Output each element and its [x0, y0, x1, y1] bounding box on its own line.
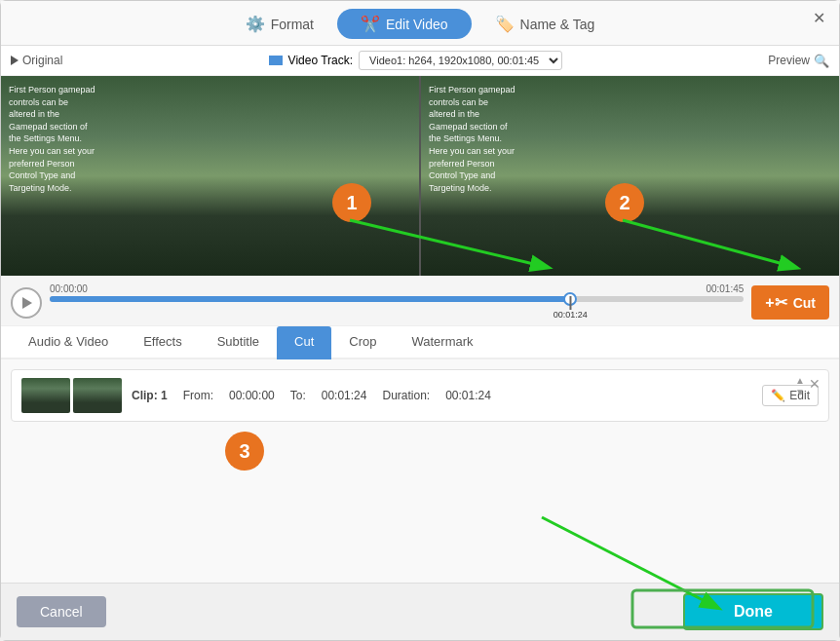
sub-tab-cut[interactable]: Cut: [277, 326, 331, 359]
sub-tab-subtitle[interactable]: Subtitle: [200, 326, 277, 359]
annotation-circle-2: 2: [605, 183, 644, 222]
cut-button[interactable]: +✂ Cut: [751, 285, 829, 320]
play-button[interactable]: [11, 287, 42, 319]
clip-close-button[interactable]: ✕: [809, 376, 821, 392]
clip-thumb-1: [21, 378, 70, 413]
sub-tab-bar: Audio & Video Effects Subtitle Cut Crop …: [1, 326, 839, 359]
tab-format[interactable]: ⚙️ Format: [222, 9, 337, 39]
annotation-circle-1: 1: [332, 183, 371, 222]
cancel-button[interactable]: Cancel: [17, 596, 106, 627]
clip-label: Clip: 1: [132, 389, 168, 402]
sub-tab-effects-label: Effects: [143, 334, 182, 349]
annotation-circle-3: 3: [225, 432, 264, 471]
preview-button[interactable]: Preview 🔍: [768, 54, 829, 68]
edit-video-icon: ✂️: [361, 15, 380, 33]
cut-label: Cut: [793, 295, 816, 311]
sub-tab-effects[interactable]: Effects: [126, 326, 200, 359]
clip-to-value: 00:01:24: [322, 389, 367, 402]
sub-tab-watermark[interactable]: Watermark: [394, 326, 490, 359]
video-track-dropdown[interactable]: Video1: h264, 1920x1080, 00:01:45: [359, 51, 562, 70]
timeline-current-time: 00:01:24: [554, 310, 588, 320]
video-left: First Person gamepad controls can be alt…: [1, 76, 419, 276]
video-overlay-text-left: First Person gamepad controls can be alt…: [9, 84, 96, 194]
sub-tab-audio-video[interactable]: Audio & Video: [11, 326, 126, 359]
clip-arrow-up[interactable]: ▲: [795, 376, 805, 386]
tab-name-tag-label: Name & Tag: [520, 17, 595, 32]
time-end: 00:01:45: [706, 283, 744, 294]
sub-tab-subtitle-label: Subtitle: [217, 334, 259, 349]
clip-duration-value: 00:01:24: [445, 389, 491, 402]
format-icon: ⚙️: [246, 15, 265, 33]
video-track-section: Video Track: Video1: h264, 1920x1080, 00…: [269, 51, 562, 70]
timeline-area: 00:00:00 00:01:45 00:01:24 +✂ Cut: [1, 276, 839, 326]
clip-thumb-2: [73, 378, 122, 413]
timeline-track[interactable]: 00:01:24: [50, 296, 744, 302]
name-tag-icon: 🏷️: [495, 15, 515, 33]
time-start: 00:00:00: [50, 283, 88, 294]
done-button[interactable]: Done: [683, 593, 823, 630]
sub-tab-audio-video-label: Audio & Video: [28, 334, 108, 349]
clip-from-value: 00:00:00: [229, 389, 275, 402]
video-right-bg: First Person gamepad controls can be alt…: [421, 76, 839, 276]
clip-from-label: From:: [183, 389, 213, 402]
close-button[interactable]: ✕: [813, 9, 825, 27]
timeline-marker-line: [569, 296, 571, 310]
clip-row: Clip: 1 From: 00:00:00 To: 00:01:24 Dura…: [11, 369, 829, 422]
clip-reorder-arrows: ▲ ▼: [795, 376, 805, 397]
video-track-icon: [269, 56, 283, 65]
cut-icon: +✂: [765, 293, 786, 312]
annotation-3-area: 3: [11, 432, 829, 490]
sub-tab-crop[interactable]: Crop: [331, 326, 394, 359]
video-right: First Person gamepad controls can be alt…: [419, 76, 839, 276]
clip-area: Clip: 1 From: 00:00:00 To: 00:01:24 Dura…: [1, 359, 839, 583]
video-header: Original Video Track: Video1: h264, 1920…: [1, 46, 839, 76]
original-label: Original: [11, 54, 62, 67]
clip-thumbnails: [21, 378, 122, 413]
timeline-fill: [50, 296, 570, 302]
clip-to-label: To:: [290, 389, 306, 402]
video-left-bg: First Person gamepad controls can be alt…: [1, 76, 419, 276]
play-icon: [22, 297, 32, 309]
tab-format-label: Format: [271, 17, 314, 32]
play-triangle-icon: [11, 56, 19, 65]
timeline-wrapper: 00:00:00 00:01:45 00:01:24: [50, 283, 744, 321]
main-window: ✕ ⚙️ Format ✂️ Edit Video 🏷️ Name & Tag …: [0, 0, 840, 641]
sub-tab-watermark-label: Watermark: [411, 334, 473, 349]
tab-edit-video[interactable]: ✂️ Edit Video: [337, 9, 472, 39]
video-overlay-text-right: First Person gamepad controls can be alt…: [429, 84, 516, 194]
sub-tab-crop-label: Crop: [349, 334, 376, 349]
sub-tab-cut-label: Cut: [294, 334, 314, 349]
tab-name-tag[interactable]: 🏷️ Name & Tag: [472, 9, 619, 39]
preview-label: Preview: [768, 54, 810, 67]
bottom-bar: Cancel Done: [1, 583, 839, 640]
tab-edit-video-label: Edit Video: [386, 17, 448, 32]
edit-pencil-icon: ✏️: [771, 389, 785, 402]
timeline-marker: 00:01:24: [554, 296, 588, 320]
original-text: Original: [22, 54, 62, 67]
clip-duration-label: Duration:: [382, 389, 430, 402]
preview-search-icon: 🔍: [814, 54, 829, 68]
clip-arrow-down[interactable]: ▼: [795, 388, 805, 397]
video-track-text: Video Track:: [288, 54, 353, 67]
clip-info: Clip: 1 From: 00:00:00 To: 00:01:24 Dura…: [132, 389, 752, 402]
video-preview-area: First Person gamepad controls can be alt…: [1, 76, 839, 276]
top-tab-bar: ⚙️ Format ✂️ Edit Video 🏷️ Name & Tag: [1, 1, 839, 46]
